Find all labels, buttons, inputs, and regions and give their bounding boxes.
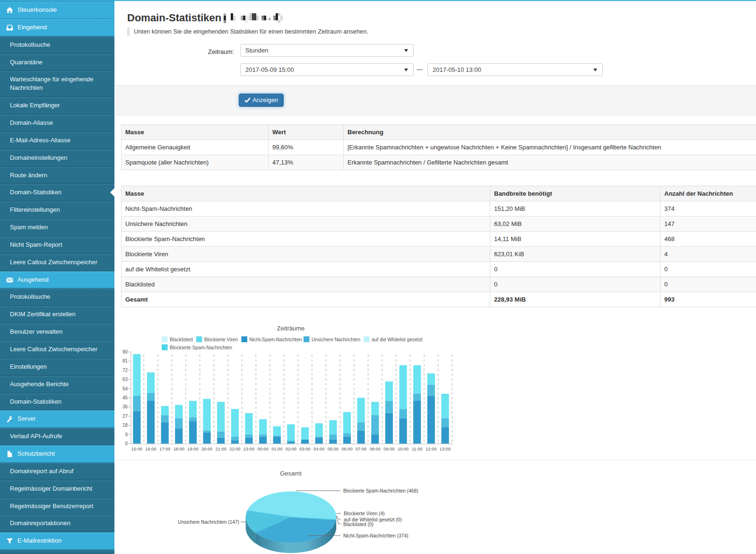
svg-text:Unsichere Nachrichten (147): Unsichere Nachrichten (147): [178, 519, 239, 525]
svg-text:36: 36: [122, 404, 128, 409]
svg-text:27: 27: [122, 414, 128, 419]
svg-text:04:00: 04:00: [313, 447, 324, 451]
svg-text:63: 63: [122, 377, 128, 382]
svg-text:45: 45: [122, 395, 128, 400]
svg-text:auf die Whitelist gesetzt: auf die Whitelist gesetzt: [372, 337, 423, 342]
svg-text:54: 54: [122, 386, 128, 391]
svg-text:Blacklisted: Blacklisted: [170, 337, 193, 342]
svg-text:23:00: 23:00: [243, 447, 254, 451]
svg-text:21:00: 21:00: [216, 447, 226, 451]
svg-text:13:00: 13:00: [440, 447, 451, 451]
svg-text:12:00: 12:00: [426, 447, 436, 451]
svg-text:18:00: 18:00: [174, 447, 184, 451]
svg-text:9: 9: [125, 432, 128, 437]
svg-text:08:00: 08:00: [370, 447, 381, 451]
svg-text:02:00: 02:00: [286, 447, 296, 451]
svg-text:03:00: 03:00: [299, 447, 310, 451]
svg-text:0: 0: [125, 441, 128, 446]
svg-text:Blockierte Viren: Blockierte Viren: [204, 337, 238, 342]
svg-text:15:00: 15:00: [131, 447, 142, 451]
svg-text:72: 72: [122, 368, 128, 373]
svg-text:18: 18: [122, 423, 128, 428]
svg-text:Blockierte Spam-Nachrichten: Blockierte Spam-Nachrichten: [170, 345, 232, 350]
svg-text:07:00: 07:00: [356, 447, 366, 451]
svg-text:90: 90: [122, 349, 128, 355]
svg-text:Blockierte Viren (4): Blockierte Viren (4): [344, 511, 384, 516]
svg-text:81: 81: [122, 358, 128, 364]
svg-text:09:00: 09:00: [383, 447, 394, 451]
svg-text:01:00: 01:00: [271, 447, 282, 451]
svg-text:06:00: 06:00: [341, 447, 352, 451]
svg-text:17:00: 17:00: [159, 447, 170, 451]
svg-text:Nicht-Spam-Nachrichten (374): Nicht-Spam-Nachrichten (374): [343, 533, 408, 538]
svg-text:19:00: 19:00: [187, 447, 198, 451]
svg-text:Blacklisted (0): Blacklisted (0): [343, 522, 374, 527]
svg-text:11:00: 11:00: [412, 447, 423, 451]
svg-text:Gesamt: Gesamt: [280, 470, 302, 477]
svg-text:20:00: 20:00: [201, 447, 212, 451]
svg-text:Zeiträume: Zeiträume: [277, 325, 305, 332]
svg-text:10:00: 10:00: [398, 447, 408, 451]
svg-text:22:00: 22:00: [229, 447, 240, 451]
svg-text:00:00: 00:00: [258, 447, 269, 451]
svg-text:Unsichere Nachrichten: Unsichere Nachrichten: [312, 337, 360, 342]
svg-text:16:00: 16:00: [145, 447, 156, 451]
svg-text:Nicht-Spam-Nachrichten: Nicht-Spam-Nachrichten: [250, 337, 302, 342]
svg-text:Blockierte Spam-Nachrichten (4: Blockierte Spam-Nachrichten (468): [343, 488, 418, 493]
svg-text:05:00: 05:00: [328, 447, 339, 451]
